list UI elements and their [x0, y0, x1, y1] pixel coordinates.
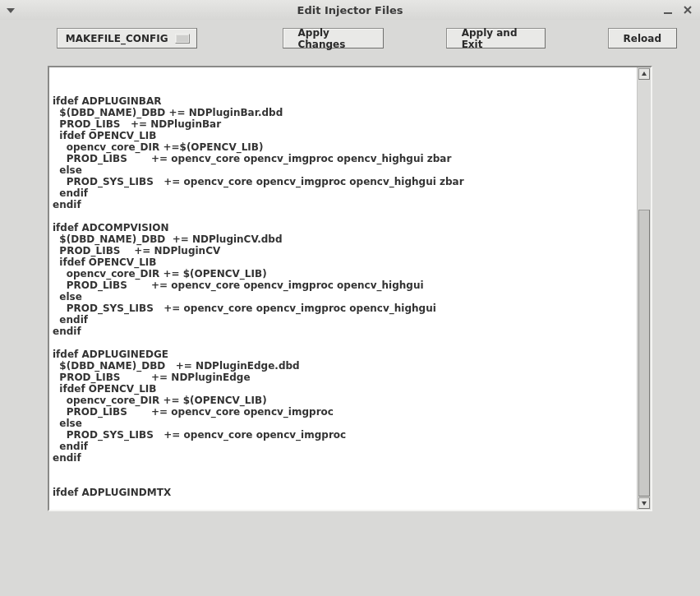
apply-and-exit-label: Apply and Exit: [462, 27, 530, 50]
editor-frame: ifdef ADPLUGINBAR $(DBD_NAME)_DBD += NDP…: [48, 66, 652, 511]
window-title: Edit Injector Files: [0, 4, 700, 16]
svg-marker-4: [642, 72, 647, 76]
close-button[interactable]: [682, 4, 693, 16]
scroll-track[interactable]: [638, 81, 650, 497]
window-controls: [662, 4, 700, 16]
reload-label: Reload: [624, 33, 661, 44]
scroll-thumb[interactable]: [638, 210, 650, 497]
svg-rect-1: [664, 12, 672, 14]
scroll-up-button[interactable]: [638, 68, 650, 80]
apply-changes-label: Apply Changes: [298, 27, 368, 50]
file-select-label: MAKEFILE_CONFIG: [66, 33, 168, 44]
app-menu-icon[interactable]: [5, 4, 16, 16]
apply-changes-button[interactable]: Apply Changes: [283, 28, 384, 49]
apply-and-exit-button[interactable]: Apply and Exit: [446, 28, 546, 49]
file-select-dropdown[interactable]: MAKEFILE_CONFIG: [57, 28, 197, 49]
svg-marker-5: [642, 501, 647, 506]
scroll-down-button[interactable]: [638, 497, 650, 509]
reload-button[interactable]: Reload: [608, 28, 677, 49]
dropdown-knob-icon: [175, 34, 190, 44]
minimize-button[interactable]: [662, 4, 674, 16]
titlebar: Edit Injector Files: [0, 0, 700, 21]
svg-marker-0: [7, 8, 15, 13]
editor-textarea[interactable]: ifdef ADPLUGINBAR $(DBD_NAME)_DBD += NDP…: [49, 67, 637, 510]
vertical-scrollbar[interactable]: [637, 67, 651, 510]
client-area: MAKEFILE_CONFIG Apply Changes Apply and …: [0, 20, 700, 596]
toolbar: MAKEFILE_CONFIG Apply Changes Apply and …: [0, 20, 700, 53]
